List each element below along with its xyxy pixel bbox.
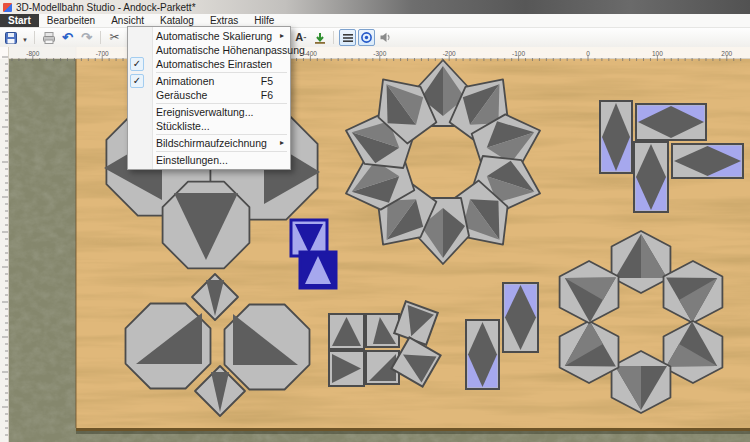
menu-item-label: Automatische Höhenanpassung bbox=[156, 44, 305, 56]
menu-bearbeiten[interactable]: Bearbeiten bbox=[39, 14, 103, 27]
svg-text:-200: -200 bbox=[443, 50, 456, 57]
svg-text:-400: -400 bbox=[304, 50, 317, 57]
board-edge bbox=[76, 428, 750, 431]
undo-button[interactable]: ↶ bbox=[59, 29, 76, 46]
vertical-ruler bbox=[0, 47, 9, 442]
menu-item-label: Ereignisverwaltung... bbox=[156, 106, 253, 118]
menu-item-automatische-hoehenanpassung[interactable]: Automatische Höhenanpassung bbox=[128, 43, 290, 57]
import-icon bbox=[313, 31, 327, 45]
menu-item-label: Bildschirmaufzeichnung bbox=[156, 137, 267, 149]
menu-item-stueckliste[interactable]: Stückliste... bbox=[128, 119, 290, 133]
menu-item-automatisches-einrasten[interactable]: ✓Automatisches Einrasten bbox=[128, 57, 290, 71]
cut-icon: ✂ bbox=[109, 31, 119, 44]
sound-button[interactable] bbox=[377, 29, 394, 46]
toolbar-separator bbox=[333, 31, 334, 44]
menu-separator bbox=[156, 103, 287, 104]
font-size-icon: A·· bbox=[295, 31, 306, 44]
caret-down-icon: ▼ bbox=[22, 28, 28, 47]
svg-text:-700: -700 bbox=[96, 50, 109, 57]
submenu-arrow-icon: ▸ bbox=[280, 136, 284, 150]
blue-square-piece[interactable] bbox=[300, 252, 336, 288]
save-icon bbox=[4, 31, 18, 45]
horizontal-ruler: -800-700-600-500-400-300-200-1000100200 bbox=[0, 47, 750, 59]
octagon-piece[interactable] bbox=[126, 304, 211, 389]
octagon-piece[interactable] bbox=[163, 182, 250, 269]
title-bar[interactable]: 3D-Modellbahn Studio - Andock-Parkett* bbox=[0, 0, 750, 14]
menu-item-label: Stückliste... bbox=[156, 120, 210, 132]
save-button[interactable] bbox=[2, 29, 19, 46]
menu-separator bbox=[156, 151, 287, 152]
menu-item-label: Animationen bbox=[156, 75, 214, 87]
import-button[interactable] bbox=[311, 29, 328, 46]
checkmark-icon: ✓ bbox=[130, 57, 144, 71]
undo-icon: ↶ bbox=[62, 31, 73, 44]
domino-piece[interactable] bbox=[503, 283, 538, 352]
3d-viewport[interactable]: -800-700-600-500-400-300-200-1000100200 bbox=[0, 47, 750, 442]
domino-piece[interactable] bbox=[672, 144, 743, 178]
svg-text:100: 100 bbox=[652, 50, 663, 57]
print-icon bbox=[42, 31, 56, 45]
speaker-icon bbox=[379, 31, 392, 44]
menu-item-label: Automatische Skalierung bbox=[156, 30, 272, 42]
menu-item-geraeusche[interactable]: GeräuscheF6 bbox=[128, 88, 290, 102]
menu-item-bildschirmaufzeichnung[interactable]: Bildschirmaufzeichnung▸ bbox=[128, 136, 290, 150]
menu-item-label: Automatisches Einrasten bbox=[156, 58, 272, 70]
menu-item-label: Geräusche bbox=[156, 89, 207, 101]
svg-text:-100: -100 bbox=[512, 50, 525, 57]
menu-item-label: Einstellungen... bbox=[156, 154, 228, 166]
scene-canvas[interactable] bbox=[0, 47, 750, 442]
extras-menu-dropdown: Automatische Skalierung▸Automatische Höh… bbox=[127, 26, 291, 170]
redo-icon: ↷ bbox=[81, 31, 92, 44]
svg-text:0: 0 bbox=[586, 50, 590, 57]
menu-start[interactable]: Start bbox=[0, 14, 39, 27]
menu-separator bbox=[156, 72, 287, 73]
redo-button[interactable]: ↷ bbox=[78, 29, 95, 46]
menu-item-shortcut: F5 bbox=[261, 74, 273, 88]
toolbar-separator bbox=[100, 31, 101, 44]
square-piece[interactable] bbox=[366, 314, 399, 347]
square-piece[interactable] bbox=[329, 351, 364, 386]
svg-text:-300: -300 bbox=[373, 50, 386, 57]
window-title: 3D-Modellbahn Studio - Andock-Parkett* bbox=[16, 2, 196, 13]
toolbar-separator bbox=[34, 31, 35, 44]
svg-text:200: 200 bbox=[721, 50, 732, 57]
application-window: 3D-Modellbahn Studio - Andock-Parkett* S… bbox=[0, 0, 750, 442]
square-piece[interactable] bbox=[329, 314, 364, 349]
menu-item-shortcut: F6 bbox=[261, 88, 273, 102]
menu-separator bbox=[156, 134, 287, 135]
menu-item-ereignisverwaltung[interactable]: Ereignisverwaltung... bbox=[128, 105, 290, 119]
domino-piece[interactable] bbox=[600, 101, 632, 173]
menu-item-einstellungen[interactable]: Einstellungen... bbox=[128, 153, 290, 167]
view-lines-icon bbox=[342, 32, 354, 44]
domino-piece[interactable] bbox=[636, 104, 706, 140]
domino-piece[interactable] bbox=[466, 320, 499, 389]
cut-button[interactable]: ✂ bbox=[106, 29, 123, 46]
octagon-piece[interactable] bbox=[225, 305, 310, 390]
record-icon bbox=[360, 31, 373, 44]
menu-item-automatische-skalierung[interactable]: Automatische Skalierung▸ bbox=[128, 29, 290, 43]
toolbar-right-group: A·· bbox=[292, 28, 394, 47]
submenu-arrow-icon: ▸ bbox=[280, 29, 284, 43]
menu-item-animationen[interactable]: ✓AnimationenF5 bbox=[128, 74, 290, 88]
checkmark-icon: ✓ bbox=[130, 74, 144, 88]
view-lines-toggle[interactable] bbox=[339, 29, 356, 46]
toolbar: ▼↶↷✂ A·· bbox=[0, 28, 750, 47]
save-button-dropdown[interactable]: ▼ bbox=[21, 29, 29, 46]
svg-text:-800: -800 bbox=[26, 50, 39, 57]
app-icon bbox=[3, 3, 12, 12]
domino-piece[interactable] bbox=[634, 142, 668, 212]
record-toggle[interactable] bbox=[358, 29, 375, 46]
print-button[interactable] bbox=[40, 29, 57, 46]
menu-bar: StartBearbeitenAnsichtKatalogExtrasHilfe bbox=[0, 14, 750, 28]
